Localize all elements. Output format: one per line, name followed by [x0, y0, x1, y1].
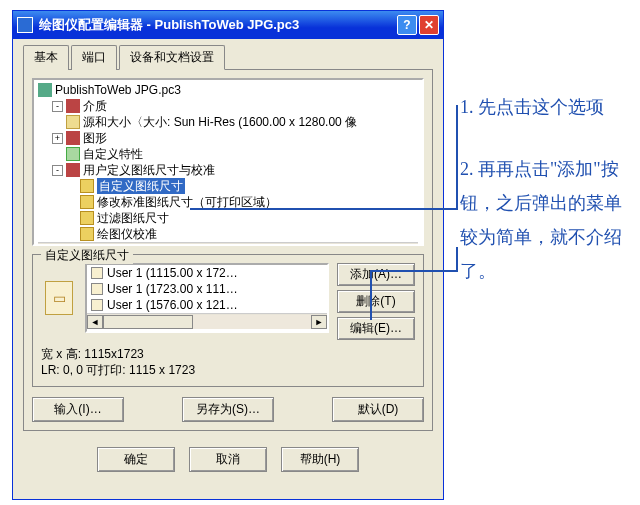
scroll-left-icon[interactable]: ◄ — [38, 244, 54, 247]
props-icon — [66, 147, 80, 161]
size-listbox[interactable]: User 1 (1115.00 x 172… User 1 (1723.00 x… — [85, 263, 329, 333]
scroll-thumb[interactable] — [103, 315, 193, 329]
dialog-window: 绘图仪配置编辑器 - PublishToWeb JPG.pc3 ? ✕ 基本 端… — [12, 10, 444, 500]
item-icon — [91, 283, 103, 295]
tab-port[interactable]: 端口 — [71, 45, 117, 70]
collapse-icon[interactable]: - — [52, 101, 63, 112]
page-icon — [80, 211, 94, 225]
delete-button[interactable]: 删除(T) — [337, 290, 415, 313]
custom-size-group: 自定义图纸尺寸 ▭ User 1 (1115.00 x 172… User 1 … — [32, 254, 424, 387]
plotter-icon — [38, 83, 52, 97]
tab-panel: PublishToWeb JPG.pc3 -介质 源和大小〈大小: Sun Hi… — [23, 69, 433, 431]
annotations: 1. 先点击这个选项 2. 再再点击"添加"按钮，之后弹出的菜单较为简单，就不介… — [460, 90, 628, 288]
window-title: 绘图仪配置编辑器 - PublishToWeb JPG.pc3 — [39, 16, 397, 34]
list-item[interactable]: User 1 (1576.00 x 121… — [87, 297, 327, 313]
scroll-left-icon[interactable]: ◄ — [87, 315, 103, 329]
expand-icon[interactable]: + — [52, 133, 63, 144]
tab-bar: 基本 端口 设备和文档设置 — [13, 39, 443, 70]
tree-custom-props[interactable]: 自定义特性 — [38, 146, 418, 162]
size-info-lr: LR: 0, 0 可打印: 1115 x 1723 — [41, 362, 415, 378]
saveas-button[interactable]: 另存为(S)… — [182, 397, 274, 422]
callout-line-2v2 — [456, 247, 458, 272]
tree-root[interactable]: PublishToWeb JPG.pc3 — [38, 82, 418, 98]
tree-view[interactable]: PublishToWeb JPG.pc3 -介质 源和大小〈大小: Sun Hi… — [32, 78, 424, 246]
group-title: 自定义图纸尺寸 — [41, 247, 133, 264]
scroll-right-icon[interactable]: ► — [311, 315, 327, 329]
add-button[interactable]: 添加(A)… — [337, 263, 415, 286]
callout-line-1v — [456, 105, 458, 210]
folder-icon — [66, 99, 80, 113]
close-icon[interactable]: ✕ — [419, 15, 439, 35]
size-info-wh: 宽 x 高: 1115x1723 — [41, 346, 415, 362]
import-button[interactable]: 输入(I)… — [32, 397, 124, 422]
tab-device-settings[interactable]: 设备和文档设置 — [119, 45, 225, 70]
folder-icon — [66, 163, 80, 177]
list-h-scrollbar[interactable]: ◄ ► — [87, 313, 327, 329]
tree-media[interactable]: -介质 — [38, 98, 418, 114]
tree-plotter-calib[interactable]: 绘图仪校准 — [38, 226, 418, 242]
page-icon — [66, 115, 80, 129]
list-item[interactable]: User 1 (1723.00 x 111… — [87, 281, 327, 297]
tree-filter-sizes[interactable]: 过滤图纸尺寸 — [38, 210, 418, 226]
ok-button[interactable]: 确定 — [97, 447, 175, 472]
h-scrollbar[interactable]: ◄ ► — [38, 242, 418, 246]
titlebar: 绘图仪配置编辑器 - PublishToWeb JPG.pc3 ? ✕ — [13, 11, 443, 39]
help-button[interactable]: 帮助(H) — [281, 447, 359, 472]
tree-source-size[interactable]: 源和大小〈大小: Sun Hi-Res (1600.00 x 1280.00 像 — [38, 114, 418, 130]
folder-icon — [66, 131, 80, 145]
help-button-icon[interactable]: ? — [397, 15, 417, 35]
collapse-icon[interactable]: - — [52, 165, 63, 176]
cancel-button[interactable]: 取消 — [189, 447, 267, 472]
scroll-thumb[interactable] — [54, 244, 314, 247]
annotation-2: 2. 再再点击"添加"按钮，之后弹出的菜单较为简单，就不介绍了。 — [460, 152, 628, 288]
paper-icon: ▭ — [45, 281, 73, 315]
tab-basic[interactable]: 基本 — [23, 45, 69, 70]
list-item[interactable]: User 1 (1115.00 x 172… — [87, 265, 327, 281]
annotation-1: 1. 先点击这个选项 — [460, 90, 628, 124]
page-icon — [80, 179, 94, 193]
item-icon — [91, 299, 103, 311]
app-icon — [17, 17, 33, 33]
page-icon — [80, 227, 94, 241]
default-button[interactable]: 默认(D) — [332, 397, 424, 422]
edit-button[interactable]: 编辑(E)… — [337, 317, 415, 340]
tree-graphics[interactable]: +图形 — [38, 130, 418, 146]
tree-user-paper[interactable]: -用户定义图纸尺寸与校准 — [38, 162, 418, 178]
scroll-right-icon[interactable]: ► — [402, 244, 418, 247]
tree-custom-size[interactable]: 自定义图纸尺寸 — [38, 178, 418, 194]
tree-modify-std[interactable]: 修改标准图纸尺寸（可打印区域） — [38, 194, 418, 210]
page-icon — [80, 195, 94, 209]
item-icon — [91, 267, 103, 279]
